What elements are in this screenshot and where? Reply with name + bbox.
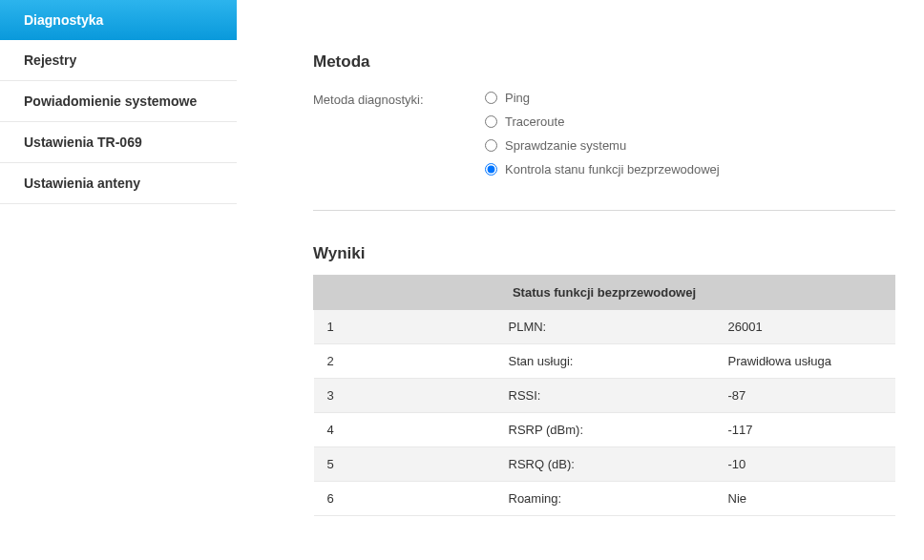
cell-key: Stan usługi: — [495, 344, 715, 379]
table-row: 1 PLMN: 26001 — [314, 310, 895, 344]
sidebar: Diagnostyka Rejestry Powiadomienie syste… — [0, 0, 237, 516]
radio-traceroute[interactable] — [485, 115, 497, 128]
cell-index: 4 — [314, 413, 495, 447]
cell-index: 6 — [314, 482, 495, 516]
cell-key: RSRP (dBm): — [495, 413, 715, 447]
radio-sprawdzanie-systemu[interactable] — [485, 139, 497, 152]
cell-value: Nie — [715, 482, 895, 516]
sidebar-item-powiadomienie-systemowe[interactable]: Powiadomienie systemowe — [0, 81, 237, 122]
radio-kontrola-stanu[interactable] — [485, 163, 497, 176]
cell-value: Prawidłowa usługa — [715, 344, 895, 379]
radio-label: Kontrola stanu funkcji bezprzewodowej — [505, 162, 720, 176]
results-section-title: Wyniki — [313, 244, 895, 263]
cell-index: 1 — [314, 310, 495, 344]
cell-value: -87 — [715, 379, 895, 413]
main-content: Metoda Metoda diagnostyki: Ping Tracerou… — [237, 0, 924, 516]
method-radio-list: Ping Traceroute Sprawdzanie systemu Kont… — [485, 91, 895, 186]
radio-option-sprawdzanie-systemu[interactable]: Sprawdzanie systemu — [485, 138, 895, 153]
results-table-header: Status funkcji bezprzewodowej — [314, 276, 895, 310]
method-section-title: Metoda — [313, 52, 895, 72]
sidebar-item-ustawienia-anteny[interactable]: Ustawienia anteny — [0, 163, 237, 204]
cell-key: Roaming: — [495, 482, 715, 516]
table-row: 6 Roaming: Nie — [314, 482, 895, 516]
sidebar-item-label: Diagnostyka — [24, 12, 103, 28]
section-divider — [313, 210, 895, 211]
cell-value: -117 — [715, 413, 895, 447]
cell-value: -10 — [715, 447, 895, 482]
method-field-label: Metoda diagnostyki: — [313, 91, 485, 107]
results-table: Status funkcji bezprzewodowej 1 PLMN: 26… — [313, 275, 895, 516]
sidebar-item-ustawienia-tr-069[interactable]: Ustawienia TR-069 — [0, 122, 237, 163]
radio-option-ping[interactable]: Ping — [485, 91, 895, 105]
cell-index: 3 — [314, 379, 495, 413]
radio-ping[interactable] — [485, 92, 497, 104]
sidebar-item-label: Rejestry — [24, 52, 76, 68]
table-row: 3 RSSI: -87 — [314, 379, 895, 413]
sidebar-item-diagnostyka[interactable]: Diagnostyka — [0, 0, 237, 40]
sidebar-item-label: Ustawienia TR-069 — [24, 135, 142, 150]
radio-label: Ping — [505, 91, 530, 105]
cell-value: 26001 — [715, 310, 895, 344]
sidebar-item-rejestry[interactable]: Rejestry — [0, 40, 237, 81]
cell-key: RSRQ (dB): — [495, 447, 715, 482]
cell-key: RSSI: — [495, 379, 715, 413]
cell-index: 2 — [314, 344, 495, 379]
radio-label: Sprawdzanie systemu — [505, 138, 626, 153]
sidebar-item-label: Ustawienia anteny — [24, 176, 140, 191]
table-row: 5 RSRQ (dB): -10 — [314, 447, 895, 482]
radio-option-traceroute[interactable]: Traceroute — [485, 114, 895, 129]
cell-key: PLMN: — [495, 310, 715, 344]
method-field-row: Metoda diagnostyki: Ping Traceroute Spra… — [313, 91, 895, 186]
radio-label: Traceroute — [505, 114, 564, 129]
table-row: 4 RSRP (dBm): -117 — [314, 413, 895, 447]
sidebar-item-label: Powiadomienie systemowe — [24, 93, 197, 109]
table-row: 2 Stan usługi: Prawidłowa usługa — [314, 344, 895, 379]
radio-option-kontrola-stanu[interactable]: Kontrola stanu funkcji bezprzewodowej — [485, 162, 895, 176]
cell-index: 5 — [314, 447, 495, 482]
